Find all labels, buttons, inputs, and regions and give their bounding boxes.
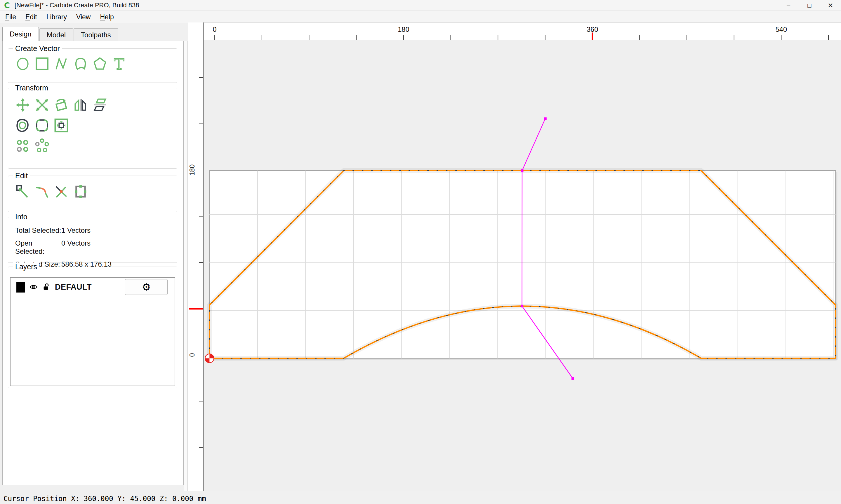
polyline-tool-icon[interactable] — [53, 56, 69, 72]
scale-tool-icon[interactable] — [34, 97, 50, 113]
group-info: Info Total Selected: 1 Vectors Open Sele… — [8, 217, 177, 263]
window-title: [NewFile]* - Carbide Create PRO, Build 8… — [15, 1, 139, 9]
menu-edit[interactable]: Edit — [21, 13, 42, 21]
menu-library[interactable]: Library — [42, 13, 71, 21]
close-button[interactable]: ✕ — [820, 0, 841, 11]
info-open-selected-value: 0 Vectors — [61, 239, 177, 255]
group-edit: Edit — [8, 176, 177, 212]
info-total-selected-value: 1 Vectors — [61, 226, 177, 234]
layer-unlocked-icon[interactable] — [42, 283, 51, 291]
round-corners-tool-icon[interactable] — [34, 117, 50, 133]
svg-text:0: 0 — [213, 26, 217, 33]
minimize-button[interactable]: – — [778, 0, 799, 11]
polygon-tool-icon[interactable] — [92, 56, 108, 72]
layer-name: DEFAULT — [55, 283, 92, 292]
svg-text:180: 180 — [398, 26, 409, 33]
design-canvas-svg[interactable] — [204, 40, 841, 491]
menu-help[interactable]: Help — [95, 13, 118, 21]
group-create-vector: Create Vector T — [8, 49, 177, 83]
layer-row[interactable]: DEFAULT ⚙ — [11, 278, 175, 296]
group-layers: Layers DEFAULT ⚙ — [8, 267, 177, 388]
fit-tool-icon[interactable] — [53, 117, 69, 133]
offset-tool-icon[interactable] — [15, 117, 31, 133]
grid-array-tool-icon[interactable] — [15, 138, 31, 154]
gear-icon: ⚙ — [142, 281, 151, 293]
ruler-left: 1800 — [188, 40, 204, 491]
svg-text:0: 0 — [188, 353, 196, 357]
svg-text:180: 180 — [188, 164, 196, 176]
fillet-tool-icon[interactable] — [34, 183, 50, 200]
layer-list: DEFAULT ⚙ — [10, 277, 175, 386]
window-controls: – □ ✕ — [778, 0, 841, 11]
node-edit-tool-icon[interactable] — [15, 183, 31, 200]
sidebar-scrollbar[interactable] — [184, 41, 188, 491]
move-tool-icon[interactable] — [15, 97, 31, 113]
maximize-button[interactable]: □ — [799, 0, 820, 11]
tab-design[interactable]: Design — [2, 27, 39, 41]
menu-view[interactable]: View — [71, 13, 95, 21]
info-open-selected-label: Open Selected: — [15, 239, 61, 255]
group-title-layers: Layers — [13, 263, 39, 271]
ruler-left-svg: 1800 — [188, 40, 203, 491]
layer-settings-button[interactable]: ⚙ — [125, 279, 168, 295]
layer-color-swatch[interactable] — [16, 282, 25, 292]
ruler-top-svg: 0180360540 — [188, 23, 841, 40]
mirror-tool-icon[interactable] — [72, 97, 89, 113]
svg-text:540: 540 — [776, 26, 787, 33]
tab-model[interactable]: Model — [39, 28, 73, 41]
group-transform: Transform — [8, 88, 177, 168]
skew-tool-icon[interactable] — [92, 97, 108, 113]
ruler-corner-box — [188, 22, 204, 40]
title-bar: C [NewFile]* - Carbide Create PRO, Build… — [0, 0, 841, 11]
status-bar: Cursor Position X: 360.000 Y: 45.000 Z: … — [0, 493, 841, 504]
design-panel: Create Vector T — [2, 41, 184, 485]
sidebar-tabs: Design Model Toolpaths — [2, 27, 119, 41]
ruler-top: 0180360540 — [188, 22, 841, 40]
layer-visible-eye-icon[interactable] — [29, 283, 38, 291]
resize-nodes-tool-icon[interactable] — [72, 183, 89, 200]
cursor-position-readout: Cursor Position X: 360.000 Y: 45.000 Z: … — [3, 495, 206, 503]
curve-tool-icon[interactable] — [72, 56, 89, 72]
trim-tool-icon[interactable] — [53, 183, 69, 200]
circular-array-tool-icon[interactable] — [34, 138, 50, 154]
group-title-create-vector: Create Vector — [13, 44, 62, 53]
text-tool-icon[interactable]: T — [111, 56, 127, 72]
rectangle-tool-icon[interactable] — [34, 56, 50, 72]
circle-tool-icon[interactable] — [15, 56, 31, 72]
svg-text:T: T — [114, 56, 124, 72]
rotate-tool-icon[interactable] — [53, 97, 69, 113]
menu-bar: File Edit Library View Help — [0, 11, 841, 23]
info-total-selected-label: Total Selected: — [15, 226, 61, 234]
group-title-info: Info — [13, 213, 30, 221]
design-canvas[interactable] — [204, 40, 841, 491]
svg-text:360: 360 — [587, 26, 598, 33]
menu-file[interactable]: File — [1, 13, 21, 21]
group-title-edit: Edit — [13, 172, 30, 180]
app-logo-icon: C — [4, 1, 10, 10]
tab-toolpaths[interactable]: Toolpaths — [73, 28, 118, 41]
group-title-transform: Transform — [13, 84, 51, 92]
